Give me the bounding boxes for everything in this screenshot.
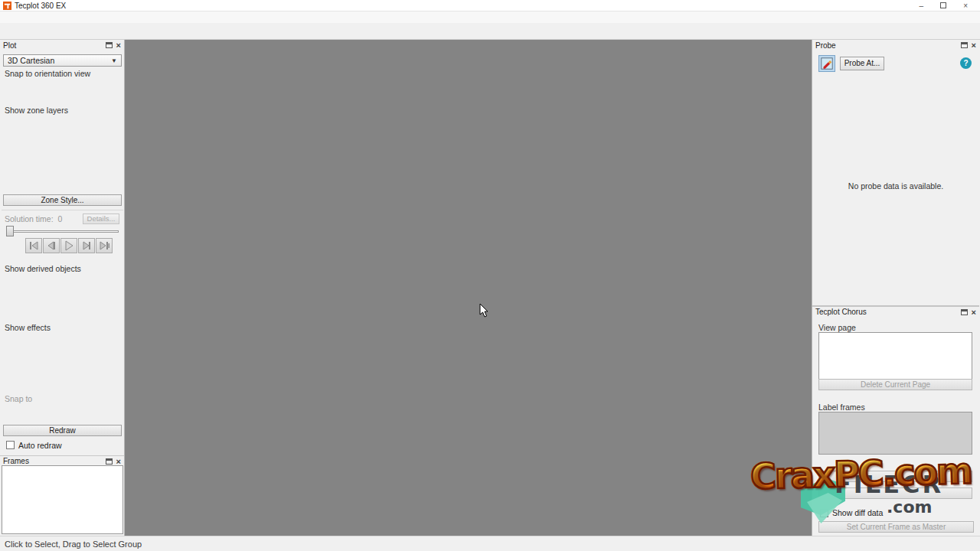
snap-to-label: Snap to — [5, 394, 32, 403]
snap-orientation-label: Snap to orientation view — [5, 69, 90, 78]
maximize-button[interactable] — [940, 2, 946, 8]
playback-forward-button[interactable] — [78, 238, 95, 253]
mouse-cursor — [479, 303, 488, 318]
frames-panel-title: Frames — [3, 457, 29, 465]
plot-mode-value: 3D Cartesian — [8, 56, 54, 65]
close-button[interactable]: × — [963, 2, 968, 10]
derived-objects-label: Show derived objects — [5, 264, 81, 273]
playback-back-button[interactable] — [43, 238, 60, 253]
effects-label: Show effects — [5, 323, 51, 332]
plot-sidebar: Plot × 3D Cartesian ▼ Snap to orientatio… — [0, 40, 125, 536]
probe-empty-text: No probe data is available. — [812, 181, 979, 191]
redraw-button[interactable]: Redraw — [3, 425, 122, 436]
label-frames-label: Label frames — [818, 403, 865, 412]
minimize-button[interactable]: – — [920, 2, 924, 10]
toolbar — [0, 23, 980, 40]
chorus-panel-header: Tecplot Chorus × — [812, 306, 979, 317]
float-panel-icon[interactable] — [961, 42, 968, 48]
delete-current-page-button[interactable]: Delete Current Page — [818, 379, 972, 390]
probe-panel-title: Probe — [815, 41, 836, 50]
close-panel-icon[interactable]: × — [972, 41, 976, 49]
auto-redraw-checkbox[interactable] — [6, 441, 15, 449]
probe-icon-button[interactable] — [818, 55, 835, 72]
playback-last-button[interactable] — [96, 238, 113, 253]
solution-time-slider-track[interactable] — [6, 230, 119, 233]
plot-mode-dropdown[interactable]: 3D Cartesian ▼ — [3, 54, 122, 67]
float-panel-icon[interactable] — [961, 309, 968, 315]
float-panel-icon[interactable] — [106, 458, 113, 465]
close-panel-icon[interactable]: × — [116, 41, 121, 49]
plot-panel-header: Plot × — [0, 40, 124, 51]
playback-first-button[interactable] — [25, 238, 42, 253]
close-panel-icon[interactable]: × — [972, 308, 976, 316]
status-bar: Click to Select, Drag to Select Group — [0, 536, 980, 551]
filecr-tld: .com — [887, 497, 932, 517]
watermark-craxpc: CraxPC.com — [750, 450, 972, 497]
solution-time-value: 0 — [57, 214, 62, 223]
divider — [2, 210, 123, 210]
playback-controls — [25, 238, 113, 253]
label-frames-list[interactable] — [818, 412, 972, 455]
float-panel-icon[interactable] — [106, 42, 113, 48]
probe-at-button[interactable]: Probe At... — [840, 57, 884, 70]
solution-time-details-button[interactable]: Details... — [83, 214, 119, 224]
view-page-label: View page — [818, 323, 856, 332]
probe-panel: Probe × Probe At... ? No probe data is a… — [812, 40, 979, 306]
workspace[interactable] — [125, 40, 812, 536]
close-panel-icon[interactable]: × — [116, 458, 121, 465]
title-bar: Tecplot 360 EX – × — [0, 0, 980, 11]
help-icon[interactable]: ? — [960, 57, 972, 69]
solution-time-label: Solution time: 0 — [5, 214, 62, 223]
zone-layers-label: Show zone layers — [5, 106, 68, 115]
window-title: Tecplot 360 EX — [15, 2, 66, 10]
auto-redraw-row: Auto redraw — [0, 439, 62, 452]
chevron-down-icon: ▼ — [111, 57, 117, 64]
chorus-panel-title: Tecplot Chorus — [815, 308, 867, 316]
tecplot-window: Tecplot 360 EX – × Plot × 3D Cartesian ▼… — [0, 0, 980, 551]
plot-panel-title: Plot — [3, 41, 16, 50]
app-logo-icon — [3, 2, 11, 10]
probe-panel-header: Probe × — [812, 40, 979, 51]
solution-time-slider-handle[interactable] — [6, 226, 14, 236]
view-page-list[interactable] — [818, 332, 972, 380]
frames-list — [2, 465, 123, 534]
auto-redraw-label: Auto redraw — [18, 441, 62, 450]
zone-style-button[interactable]: Zone Style... — [3, 194, 122, 206]
menu-bar — [0, 11, 980, 23]
frames-panel-header: Frames × — [0, 455, 124, 466]
playback-play-button[interactable] — [60, 238, 77, 253]
status-text: Click to Select, Drag to Select Group — [5, 540, 142, 549]
